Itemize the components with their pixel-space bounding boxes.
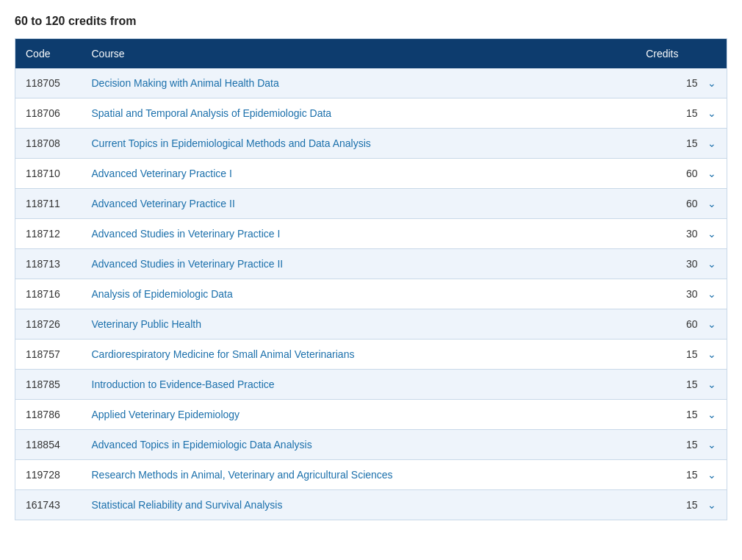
row-course-name[interactable]: Cardiorespiratory Medicine for Small Ani… [82, 340, 636, 370]
chevron-down-icon: ⌄ [707, 107, 716, 119]
row-expand-button[interactable]: ⌄ [705, 98, 727, 129]
row-expand-button[interactable]: ⌄ [705, 159, 727, 189]
row-credits: 15 [635, 430, 705, 460]
row-course-name[interactable]: Statistical Reliability and Survival Ana… [82, 490, 636, 520]
row-code: 118716 [15, 279, 82, 309]
row-expand-button[interactable]: ⌄ [705, 249, 727, 279]
course-table: Code Course Credits 118705Decision Makin… [15, 38, 727, 520]
row-code: 118708 [15, 129, 82, 159]
table-row: 118710Advanced Veterinary Practice I60⌄ [15, 159, 727, 189]
row-code: 118705 [15, 68, 82, 98]
row-course-name[interactable]: Advanced Studies in Veterinary Practice … [82, 219, 636, 249]
chevron-down-icon: ⌄ [707, 288, 716, 300]
chevron-down-icon: ⌄ [707, 77, 716, 89]
row-expand-button[interactable]: ⌄ [705, 219, 727, 249]
row-course-name[interactable]: Current Topics in Epidemiological Method… [82, 129, 636, 159]
row-credits: 15 [635, 129, 705, 159]
header-chevron [705, 39, 727, 69]
table-row: 118786Applied Veterinary Epidemiology15⌄ [15, 400, 727, 430]
table-row: 161743Statistical Reliability and Surviv… [15, 490, 727, 520]
row-course-name[interactable]: Decision Making with Animal Health Data [82, 68, 636, 98]
row-credits: 30 [635, 279, 705, 309]
page-title: 60 to 120 credits from [15, 15, 727, 28]
chevron-down-icon: ⌄ [707, 168, 716, 179]
row-code: 118713 [15, 249, 82, 279]
row-credits: 15 [635, 340, 705, 370]
table-row: 118716Analysis of Epidemiologic Data30⌄ [15, 279, 727, 309]
row-expand-button[interactable]: ⌄ [705, 309, 727, 340]
row-credits: 60 [635, 189, 705, 219]
row-course-name[interactable]: Advanced Veterinary Practice I [82, 159, 636, 189]
header-credits: Credits [635, 39, 705, 69]
row-code: 118710 [15, 159, 82, 189]
table-row: 118757Cardiorespiratory Medicine for Sma… [15, 340, 727, 370]
chevron-down-icon: ⌄ [707, 499, 716, 511]
row-expand-button[interactable]: ⌄ [705, 129, 727, 159]
table-row: 118854Advanced Topics in Epidemiologic D… [15, 430, 727, 460]
row-code: 118712 [15, 219, 82, 249]
table-row: 118712Advanced Studies in Veterinary Pra… [15, 219, 727, 249]
row-expand-button[interactable]: ⌄ [705, 189, 727, 219]
header-code: Code [15, 39, 82, 69]
row-expand-button[interactable]: ⌄ [705, 430, 727, 460]
row-course-name[interactable]: Advanced Studies in Veterinary Practice … [82, 249, 636, 279]
row-expand-button[interactable]: ⌄ [705, 400, 727, 430]
row-code: 118726 [15, 309, 82, 340]
chevron-down-icon: ⌄ [707, 198, 716, 209]
chevron-down-icon: ⌄ [707, 137, 716, 149]
table-row: 118785Introduction to Evidence-Based Pra… [15, 370, 727, 400]
row-code: 118786 [15, 400, 82, 430]
row-expand-button[interactable]: ⌄ [705, 370, 727, 400]
chevron-down-icon: ⌄ [707, 228, 716, 240]
row-credits: 15 [635, 460, 705, 490]
table-header-row: Code Course Credits [15, 39, 727, 69]
row-code: 119728 [15, 460, 82, 490]
row-credits: 15 [635, 400, 705, 430]
row-credits: 60 [635, 159, 705, 189]
row-course-name[interactable]: Veterinary Public Health [82, 309, 636, 340]
row-credits: 15 [635, 68, 705, 98]
table-row: 118713Advanced Studies in Veterinary Pra… [15, 249, 727, 279]
chevron-down-icon: ⌄ [707, 348, 716, 360]
row-expand-button[interactable]: ⌄ [705, 490, 727, 520]
row-expand-button[interactable]: ⌄ [705, 279, 727, 309]
row-code: 118757 [15, 340, 82, 370]
row-course-name[interactable]: Advanced Veterinary Practice II [82, 189, 636, 219]
table-row: 118726Veterinary Public Health60⌄ [15, 309, 727, 340]
row-code: 118706 [15, 98, 82, 129]
row-course-name[interactable]: Spatial and Temporal Analysis of Epidemi… [82, 98, 636, 129]
table-row: 118708Current Topics in Epidemiological … [15, 129, 727, 159]
row-expand-button[interactable]: ⌄ [705, 68, 727, 98]
table-row: 118711Advanced Veterinary Practice II60⌄ [15, 189, 727, 219]
header-course: Course [82, 39, 636, 69]
row-code: 118711 [15, 189, 82, 219]
chevron-down-icon: ⌄ [707, 318, 716, 330]
row-credits: 30 [635, 249, 705, 279]
row-course-name[interactable]: Introduction to Evidence-Based Practice [82, 370, 636, 400]
row-expand-button[interactable]: ⌄ [705, 340, 727, 370]
chevron-down-icon: ⌄ [707, 469, 716, 481]
chevron-down-icon: ⌄ [707, 258, 716, 270]
row-course-name[interactable]: Analysis of Epidemiologic Data [82, 279, 636, 309]
chevron-down-icon: ⌄ [707, 439, 716, 450]
row-course-name[interactable]: Advanced Topics in Epidemiologic Data An… [82, 430, 636, 460]
row-credits: 30 [635, 219, 705, 249]
row-course-name[interactable]: Research Methods in Animal, Veterinary a… [82, 460, 636, 490]
row-course-name[interactable]: Applied Veterinary Epidemiology [82, 400, 636, 430]
row-credits: 60 [635, 309, 705, 340]
table-row: 118705Decision Making with Animal Health… [15, 68, 727, 98]
row-credits: 15 [635, 98, 705, 129]
row-code: 118785 [15, 370, 82, 400]
row-credits: 15 [635, 370, 705, 400]
table-row: 118706Spatial and Temporal Analysis of E… [15, 98, 727, 129]
row-expand-button[interactable]: ⌄ [705, 460, 727, 490]
row-credits: 15 [635, 490, 705, 520]
row-code: 161743 [15, 490, 82, 520]
table-row: 119728Research Methods in Animal, Veteri… [15, 460, 727, 490]
row-code: 118854 [15, 430, 82, 460]
chevron-down-icon: ⌄ [707, 409, 716, 420]
chevron-down-icon: ⌄ [707, 378, 716, 390]
